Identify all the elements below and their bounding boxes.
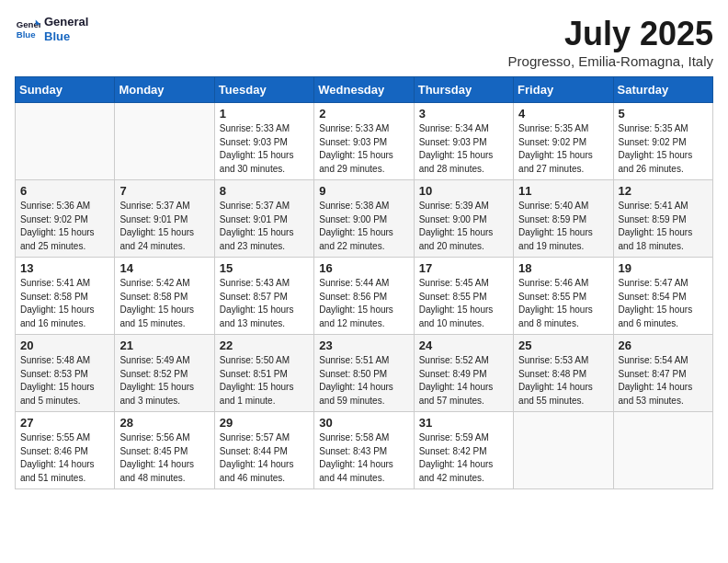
- calendar-day-cell: 11Sunrise: 5:40 AMSunset: 8:59 PMDayligh…: [514, 180, 613, 258]
- day-number: 24: [419, 339, 508, 352]
- weekday-header-monday: Monday: [115, 77, 214, 103]
- day-number: 2: [319, 107, 408, 121]
- day-info: Sunrise: 5:40 AMSunset: 8:59 PMDaylight:…: [518, 200, 608, 253]
- calendar-day-cell: 19Sunrise: 5:47 AMSunset: 8:54 PMDayligh…: [613, 258, 712, 335]
- calendar-day-cell: [613, 412, 712, 489]
- day-info: Sunrise: 5:59 AMSunset: 8:42 PMDaylight:…: [419, 431, 508, 485]
- day-number: 26: [619, 339, 708, 352]
- day-info: Sunrise: 5:34 AMSunset: 9:03 PMDaylight:…: [419, 122, 508, 176]
- day-number: 7: [119, 184, 209, 198]
- day-number: 13: [20, 261, 109, 275]
- calendar-day-cell: 25Sunrise: 5:53 AMSunset: 8:48 PMDayligh…: [514, 335, 613, 412]
- calendar-day-cell: 6Sunrise: 5:36 AMSunset: 9:02 PMDaylight…: [16, 180, 115, 258]
- day-info: Sunrise: 5:33 AMSunset: 9:03 PMDaylight:…: [220, 122, 309, 176]
- day-number: 21: [119, 339, 209, 352]
- calendar-day-cell: 17Sunrise: 5:45 AMSunset: 8:55 PMDayligh…: [414, 258, 513, 335]
- day-number: 28: [119, 416, 209, 430]
- calendar-week-row: 27Sunrise: 5:55 AMSunset: 8:46 PMDayligh…: [16, 412, 713, 489]
- weekday-header-sunday: Sunday: [16, 77, 115, 103]
- calendar-day-cell: 27Sunrise: 5:55 AMSunset: 8:46 PMDayligh…: [16, 412, 115, 489]
- calendar-day-cell: 18Sunrise: 5:46 AMSunset: 8:55 PMDayligh…: [514, 258, 613, 335]
- calendar-day-cell: 28Sunrise: 5:56 AMSunset: 8:45 PMDayligh…: [115, 412, 214, 489]
- day-info: Sunrise: 5:41 AMSunset: 8:59 PMDaylight:…: [619, 200, 708, 253]
- day-number: 31: [419, 416, 508, 430]
- page-header: General Blue General Blue July 2025 Prog…: [15, 15, 713, 69]
- title-section: July 2025 Progresso, Emilia-Romagna, Ita…: [508, 15, 713, 69]
- day-info: Sunrise: 5:36 AMSunset: 9:02 PMDaylight:…: [20, 200, 109, 253]
- day-info: Sunrise: 5:53 AMSunset: 8:48 PMDaylight:…: [518, 354, 608, 408]
- day-number: 5: [619, 107, 708, 121]
- day-number: 17: [419, 261, 508, 275]
- weekday-header-wednesday: Wednesday: [314, 77, 414, 103]
- calendar-day-cell: 26Sunrise: 5:54 AMSunset: 8:47 PMDayligh…: [613, 335, 712, 412]
- calendar-day-cell: [115, 103, 214, 180]
- day-info: Sunrise: 5:37 AMSunset: 9:01 PMDaylight:…: [119, 200, 209, 253]
- day-info: Sunrise: 5:55 AMSunset: 8:46 PMDaylight:…: [20, 431, 109, 485]
- calendar-day-cell: 3Sunrise: 5:34 AMSunset: 9:03 PMDaylight…: [414, 103, 513, 180]
- day-info: Sunrise: 5:49 AMSunset: 8:52 PMDaylight:…: [119, 354, 209, 408]
- calendar-day-cell: 13Sunrise: 5:41 AMSunset: 8:58 PMDayligh…: [16, 258, 115, 335]
- weekday-header-thursday: Thursday: [414, 77, 513, 103]
- day-number: 29: [220, 416, 309, 430]
- calendar-week-row: 1Sunrise: 5:33 AMSunset: 9:03 PMDaylight…: [16, 103, 713, 180]
- day-info: Sunrise: 5:52 AMSunset: 8:49 PMDaylight:…: [419, 354, 508, 408]
- day-info: Sunrise: 5:54 AMSunset: 8:47 PMDaylight:…: [619, 354, 708, 408]
- calendar-day-cell: 12Sunrise: 5:41 AMSunset: 8:59 PMDayligh…: [613, 180, 712, 258]
- day-number: 18: [518, 261, 608, 275]
- location-subtitle: Progresso, Emilia-Romagna, Italy: [508, 53, 713, 69]
- day-info: Sunrise: 5:57 AMSunset: 8:44 PMDaylight:…: [220, 431, 309, 485]
- day-number: 25: [518, 339, 608, 352]
- day-info: Sunrise: 5:39 AMSunset: 9:00 PMDaylight:…: [419, 200, 508, 253]
- weekday-header-saturday: Saturday: [613, 77, 712, 103]
- calendar-day-cell: 30Sunrise: 5:58 AMSunset: 8:43 PMDayligh…: [314, 412, 414, 489]
- day-info: Sunrise: 5:44 AMSunset: 8:56 PMDaylight:…: [319, 277, 408, 330]
- calendar-day-cell: 29Sunrise: 5:57 AMSunset: 8:44 PMDayligh…: [214, 412, 313, 489]
- calendar-week-row: 13Sunrise: 5:41 AMSunset: 8:58 PMDayligh…: [16, 258, 713, 335]
- day-number: 14: [119, 261, 209, 275]
- day-info: Sunrise: 5:42 AMSunset: 8:58 PMDaylight:…: [119, 277, 209, 330]
- day-number: 23: [319, 339, 408, 352]
- day-number: 19: [619, 261, 708, 275]
- day-number: 22: [220, 339, 309, 352]
- weekday-header-tuesday: Tuesday: [214, 77, 313, 103]
- day-number: 15: [220, 261, 309, 275]
- day-info: Sunrise: 5:48 AMSunset: 8:53 PMDaylight:…: [20, 354, 109, 408]
- day-number: 1: [220, 107, 309, 121]
- day-info: Sunrise: 5:33 AMSunset: 9:03 PMDaylight:…: [319, 122, 408, 176]
- day-info: Sunrise: 5:35 AMSunset: 9:02 PMDaylight:…: [619, 122, 708, 176]
- logo: General Blue General Blue: [15, 15, 88, 43]
- calendar-day-cell: 10Sunrise: 5:39 AMSunset: 9:00 PMDayligh…: [414, 180, 513, 258]
- weekday-header-friday: Friday: [514, 77, 613, 103]
- logo-icon: General Blue: [15, 17, 40, 42]
- calendar-week-row: 20Sunrise: 5:48 AMSunset: 8:53 PMDayligh…: [16, 335, 713, 412]
- day-info: Sunrise: 5:38 AMSunset: 9:00 PMDaylight:…: [319, 200, 408, 253]
- calendar-day-cell: 2Sunrise: 5:33 AMSunset: 9:03 PMDaylight…: [314, 103, 414, 180]
- calendar-day-cell: 5Sunrise: 5:35 AMSunset: 9:02 PMDaylight…: [613, 103, 712, 180]
- calendar-day-cell: 4Sunrise: 5:35 AMSunset: 9:02 PMDaylight…: [514, 103, 613, 180]
- day-number: 6: [20, 184, 109, 198]
- day-info: Sunrise: 5:51 AMSunset: 8:50 PMDaylight:…: [319, 354, 408, 408]
- calendar-day-cell: [514, 412, 613, 489]
- weekday-header-row: SundayMondayTuesdayWednesdayThursdayFrid…: [16, 77, 713, 103]
- calendar-day-cell: 23Sunrise: 5:51 AMSunset: 8:50 PMDayligh…: [314, 335, 414, 412]
- svg-text:Blue: Blue: [17, 29, 36, 39]
- day-info: Sunrise: 5:50 AMSunset: 8:51 PMDaylight:…: [220, 354, 309, 408]
- calendar-day-cell: 31Sunrise: 5:59 AMSunset: 8:42 PMDayligh…: [414, 412, 513, 489]
- day-info: Sunrise: 5:56 AMSunset: 8:45 PMDaylight:…: [119, 431, 209, 485]
- day-info: Sunrise: 5:35 AMSunset: 9:02 PMDaylight:…: [518, 122, 608, 176]
- day-info: Sunrise: 5:41 AMSunset: 8:58 PMDaylight:…: [20, 277, 109, 330]
- day-info: Sunrise: 5:43 AMSunset: 8:57 PMDaylight:…: [220, 277, 309, 330]
- calendar-day-cell: 20Sunrise: 5:48 AMSunset: 8:53 PMDayligh…: [16, 335, 115, 412]
- day-number: 20: [20, 339, 109, 352]
- day-info: Sunrise: 5:37 AMSunset: 9:01 PMDaylight:…: [220, 200, 309, 253]
- calendar-day-cell: 22Sunrise: 5:50 AMSunset: 8:51 PMDayligh…: [214, 335, 313, 412]
- day-number: 9: [319, 184, 408, 198]
- calendar-day-cell: [16, 103, 115, 180]
- calendar-day-cell: 16Sunrise: 5:44 AMSunset: 8:56 PMDayligh…: [314, 258, 414, 335]
- calendar-day-cell: 21Sunrise: 5:49 AMSunset: 8:52 PMDayligh…: [115, 335, 214, 412]
- calendar-day-cell: 1Sunrise: 5:33 AMSunset: 9:03 PMDaylight…: [214, 103, 313, 180]
- logo-blue: Blue: [44, 29, 88, 44]
- calendar-table: SundayMondayTuesdayWednesdayThursdayFrid…: [15, 76, 713, 489]
- logo-general: General: [44, 15, 88, 29]
- calendar-day-cell: 9Sunrise: 5:38 AMSunset: 9:00 PMDaylight…: [314, 180, 414, 258]
